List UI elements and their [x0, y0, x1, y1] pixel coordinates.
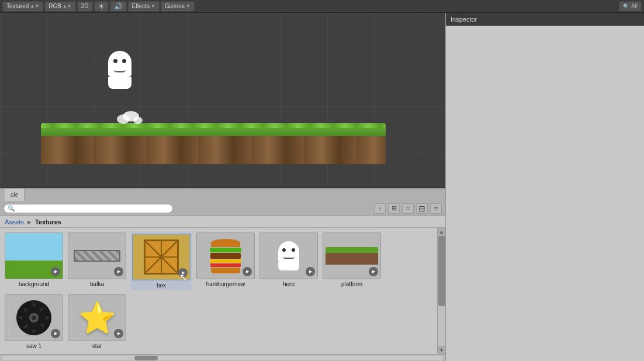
- scroll-track[interactable]: [438, 236, 446, 346]
- minimize-button[interactable]: ⊟: [416, 203, 428, 214]
- hero-character: [105, 51, 134, 92]
- play-button-balka[interactable]: ▶: [114, 267, 123, 276]
- list-item[interactable]: ▶ ↖ box: [131, 232, 192, 290]
- mini-ghost-head: [278, 241, 299, 262]
- assets-toolbar: 🔍 ↑ ⊞ ☆ ⊟ ≡: [0, 201, 445, 216]
- tab-ole[interactable]: ole: [5, 189, 25, 201]
- rgb-dropdown-arrow: ▲▼: [63, 4, 72, 9]
- bun-bottom: [211, 268, 240, 273]
- platform-sprite: [41, 123, 386, 164]
- breadcrumb-separator: ►: [26, 218, 33, 225]
- asset-thumb-box[interactable]: ▶ ↖: [132, 234, 191, 280]
- textured-label: Textured: [6, 3, 29, 9]
- gizmos-label: Gizmos: [165, 3, 185, 9]
- list-item[interactable]: ▶ background: [5, 232, 63, 290]
- sun-icon-button[interactable]: ☀: [94, 1, 109, 12]
- list-item[interactable]: ▶ platform: [323, 232, 381, 290]
- inspector-title-label: Inspector: [451, 16, 477, 23]
- play-button-star[interactable]: ▶: [114, 329, 123, 338]
- rgb-label: RGB: [49, 3, 61, 9]
- grid-list-button[interactable]: ≡: [430, 203, 442, 214]
- h-scroll-track[interactable]: [2, 356, 443, 360]
- list-item[interactable]: ▶ hero: [259, 232, 318, 290]
- list-item[interactable]: ⭐ ▶ star: [68, 294, 126, 349]
- asset-thumb-background[interactable]: ▶: [5, 232, 63, 279]
- asset-thumb-hamburger[interactable]: ▶: [196, 232, 255, 279]
- patty: [210, 253, 241, 259]
- asset-name-hero: hero: [283, 281, 295, 287]
- scene-container: ole 🔍 ↑ ⊞ ☆ ⊟ ≡ Assets ► Textures: [0, 13, 445, 361]
- platform-bottom: [41, 136, 386, 164]
- tag-button[interactable]: ⊞: [388, 203, 400, 214]
- box-x-lines-icon: [146, 241, 177, 273]
- scene-viewport[interactable]: [0, 13, 445, 188]
- scroll-up-arrow[interactable]: ▲: [438, 228, 446, 236]
- textured-dropdown-arrow: ▲▼: [30, 4, 39, 9]
- gizmos-dropdown-arrow: ▼: [186, 4, 191, 9]
- scroll-down-arrow[interactable]: ▼: [438, 346, 446, 354]
- breadcrumb-assets[interactable]: Assets: [5, 218, 24, 225]
- vertical-scrollbar[interactable]: ▲ ▼: [437, 228, 445, 354]
- asset-name-star: star: [92, 343, 102, 349]
- inspector-title-bar: Inspector: [446, 13, 644, 26]
- cheese: [210, 259, 241, 263]
- audio-icon-button[interactable]: 🔊: [110, 1, 127, 12]
- rgb-dropdown[interactable]: RGB ▲▼: [44, 1, 76, 12]
- play-button-hamburger[interactable]: ▶: [243, 267, 252, 276]
- effects-dropdown[interactable]: Effects ▼: [128, 1, 160, 12]
- list-item[interactable]: ▶ saw 1: [5, 294, 63, 349]
- asset-thumb-saw[interactable]: ▶: [5, 294, 63, 341]
- platform-bot-preview: [326, 253, 378, 265]
- ghost-eye-right: [122, 59, 126, 63]
- ghost-mouth: [114, 70, 126, 72]
- assets-search-box[interactable]: 🔍: [4, 204, 173, 213]
- search-all-field[interactable]: 🔍 All: [619, 1, 642, 12]
- breadcrumb-bar: Assets ► Textures: [0, 216, 445, 228]
- effects-label: Effects: [132, 3, 150, 9]
- ghost-eye-left: [113, 59, 117, 63]
- bun-top: [211, 239, 240, 247]
- effects-dropdown-arrow: ▼: [151, 4, 155, 9]
- asset-name-hamburger: hamburgernew: [206, 281, 245, 287]
- asset-thumb-balka[interactable]: ▶: [68, 232, 126, 279]
- lettuce: [210, 248, 241, 252]
- asset-thumb-hero[interactable]: ▶: [259, 232, 318, 279]
- play-button-platform[interactable]: ▶: [369, 267, 378, 276]
- play-button-box[interactable]: ▶: [178, 268, 188, 277]
- platform-preview: [326, 247, 378, 265]
- mode-2d-button[interactable]: 2D: [77, 1, 93, 12]
- textured-dropdown[interactable]: Textured ▲▼: [2, 1, 43, 12]
- asset-name-background: background: [19, 281, 49, 287]
- console-tab-bar: ole: [0, 188, 445, 201]
- platform-top: [41, 123, 386, 136]
- play-button-hero[interactable]: ▶: [306, 267, 315, 276]
- h-scroll-thumb[interactable]: [134, 356, 158, 360]
- tomato: [210, 263, 241, 267]
- star-preview: ⭐: [78, 303, 116, 333]
- mini-ghost-body: [278, 262, 299, 270]
- horizontal-scrollbar[interactable]: [0, 354, 445, 361]
- asset-name-platform: platform: [341, 281, 362, 287]
- list-item[interactable]: ▶ hamburgernew: [196, 232, 255, 290]
- gizmos-dropdown[interactable]: Gizmos ▼: [161, 1, 195, 12]
- scene-toolbar: Textured ▲▼ RGB ▲▼ 2D ☀ 🔊 Effects ▼ Gizm…: [0, 0, 644, 13]
- asset-name-saw: saw 1: [26, 343, 41, 349]
- search-icon: 🔍: [8, 205, 15, 211]
- list-item[interactable]: ▶ balka: [68, 232, 126, 290]
- upload-button[interactable]: ↑: [374, 203, 386, 214]
- asset-thumb-platform[interactable]: ▶: [323, 232, 381, 279]
- cloud-sprite: [117, 111, 146, 124]
- asset-name-box: box: [157, 282, 166, 289]
- star-filter-button[interactable]: ☆: [402, 203, 414, 214]
- asset-thumb-star[interactable]: ⭐ ▶: [68, 294, 126, 341]
- saw-preview: [16, 300, 51, 335]
- play-button-background[interactable]: ▶: [51, 267, 60, 276]
- mini-ghost-mouth: [283, 256, 295, 259]
- bottom-panel: ole 🔍 ↑ ⊞ ☆ ⊟ ≡ Assets ► Textures: [0, 188, 445, 361]
- breadcrumb-textures: Textures: [35, 218, 61, 225]
- scroll-thumb[interactable]: [438, 236, 445, 306]
- ghost-body: [108, 77, 131, 89]
- play-button-saw[interactable]: ▶: [51, 329, 60, 338]
- mini-ghost-eye-left: [282, 248, 286, 252]
- assets-grid: ▶ background ▶ balka: [0, 228, 437, 354]
